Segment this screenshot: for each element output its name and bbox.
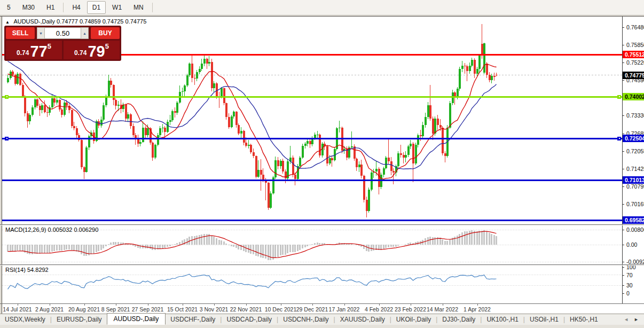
chart-tab-usdcnh[interactable]: USDCNH-,Daily <box>278 314 333 325</box>
candle-body <box>496 75 498 75</box>
candle-body <box>34 99 36 107</box>
candle-body <box>304 144 307 146</box>
candle-body <box>103 105 105 120</box>
bottom-strip <box>0 325 644 328</box>
chart-tab-eurusd[interactable]: EURUSD-,Daily <box>52 314 107 325</box>
one-click-collapse-icon[interactable]: ▲ <box>5 20 10 25</box>
chart-tab-usoil[interactable]: USOil-,H1 <box>525 314 563 325</box>
timeframe-button-w1[interactable]: W1 <box>107 1 127 14</box>
buy-button[interactable]: BUY <box>91 27 120 39</box>
price-axis[interactable]: 0.764800.758500.752200.745900.733300.726… <box>623 17 644 303</box>
candle-body <box>358 165 360 167</box>
candle-body <box>231 116 233 127</box>
candle-body <box>407 146 410 155</box>
timeframe-button-m30[interactable]: M30 <box>17 1 40 14</box>
sell-price-display[interactable]: 0.74 77 5 <box>6 41 62 59</box>
tab-scroll-right-icon[interactable]: ► <box>634 317 639 322</box>
candle-body <box>476 69 478 74</box>
candle-body <box>478 56 481 69</box>
candle-body <box>282 161 284 171</box>
panel-splitter-light <box>0 225 644 225</box>
chart-tab-usdcad[interactable]: USDCAD-,Daily <box>222 314 277 325</box>
axis-tick-mark <box>623 275 624 276</box>
chart-tab-hk50[interactable]: HK50-,H1 <box>565 314 603 325</box>
price-tick-label: 0.00 <box>626 241 637 248</box>
timeframe-button-mn[interactable]: MN <box>128 1 149 14</box>
candle-body <box>274 160 277 177</box>
price-tick-label: 0.73330 <box>626 112 644 119</box>
candle-body <box>228 117 230 127</box>
buy-price-display[interactable]: 0.74 79 5 <box>64 41 120 59</box>
price-tick-label: 0.70165 <box>626 201 644 207</box>
price-tick-label: 30 <box>626 282 633 288</box>
date-label: 20 Aug 2021 <box>68 306 100 313</box>
candle-body <box>297 166 299 179</box>
candle-body <box>113 85 115 100</box>
chart-tab-xauusd[interactable]: XAUUSD-,Daily <box>335 314 390 325</box>
chart-tab-ukoil[interactable]: UKOil-,Daily <box>391 314 436 325</box>
candle-body <box>489 75 491 80</box>
chart-tab-usdchf[interactable]: USDCHF-,Daily <box>166 314 220 325</box>
candle-body <box>378 169 380 186</box>
axis-tick-mark <box>623 115 624 116</box>
candle-body <box>68 106 70 110</box>
price-line-badge: 0.75512 <box>623 51 644 58</box>
volume-decrease-button[interactable]: ▼ <box>37 27 45 39</box>
candle-body <box>363 176 365 200</box>
candle-body <box>135 135 137 138</box>
date-tick-mark <box>379 304 380 306</box>
candle-body <box>105 97 107 105</box>
date-tick-mark <box>344 304 345 306</box>
candle-body <box>326 146 328 163</box>
candle-body <box>201 64 203 68</box>
candle-body <box>108 81 110 97</box>
timeframe-toolbar: 5M30H1H4D1W1MN <box>0 0 644 15</box>
sell-button[interactable]: SELL <box>6 27 35 39</box>
candle-body <box>221 88 223 97</box>
candle-body <box>260 170 262 174</box>
candle-body <box>64 103 66 115</box>
chart-tab-usdx[interactable]: USDX,Weekly <box>0 314 50 325</box>
candle-body <box>167 122 169 131</box>
timeframe-button-h4[interactable]: H4 <box>67 1 85 14</box>
candle-body <box>400 153 402 155</box>
candle-body <box>85 147 88 172</box>
candle-body <box>225 103 227 117</box>
volume-increase-button[interactable]: ▲ <box>81 27 89 39</box>
candle-body <box>152 143 154 158</box>
axis-tick-mark <box>623 245 624 245</box>
volume-input[interactable] <box>45 27 81 39</box>
price-tick-label: 0.00806 <box>626 227 644 233</box>
tab-scroll-left-icon[interactable]: ◄ <box>624 317 629 322</box>
chart-window: ▲ AUDUSD-,Daily 0.74777 0.74859 0.74725 … <box>0 16 644 314</box>
candle-body <box>240 131 242 134</box>
timeframe-button-h1[interactable]: H1 <box>41 1 60 14</box>
candle-body <box>493 76 496 77</box>
chart-tab-uk100[interactable]: UK100-,H1 <box>482 314 523 325</box>
candle-body <box>238 125 240 134</box>
candle-body <box>348 147 350 158</box>
date-label: 23 Feb 2022 <box>395 306 426 313</box>
buy-price-sup: 5 <box>105 42 109 50</box>
date-tick-mark <box>183 304 183 306</box>
candle-body <box>461 66 464 69</box>
candle-body <box>186 75 189 85</box>
date-tick-mark <box>281 304 281 306</box>
date-label: 14 Mar 2022 <box>427 306 458 313</box>
chart-tab-dj30[interactable]: DJ30-,Daily <box>437 314 480 325</box>
price-tick-label: 0.72055 <box>626 148 644 154</box>
timeframe-button-d1[interactable]: D1 <box>87 1 106 14</box>
candle-body <box>403 155 405 158</box>
date-tick-mark <box>50 304 50 306</box>
panel-splitter-light <box>0 265 644 265</box>
price-line-badge: 0.69582 <box>623 216 644 224</box>
candle-body <box>81 140 83 167</box>
date-axis[interactable]: 14 Jul 20212 Aug 202120 Aug 20218 Sep 20… <box>2 304 623 314</box>
candle-body <box>243 131 245 143</box>
date-label: 2 Aug 2021 <box>35 306 64 313</box>
chart-tab-audusd[interactable]: AUDUSD-,Daily <box>107 313 166 325</box>
candle-body <box>73 126 75 128</box>
timeframe-button-5[interactable]: 5 <box>2 1 16 14</box>
candle-body <box>392 171 395 173</box>
candle-body <box>44 105 46 112</box>
